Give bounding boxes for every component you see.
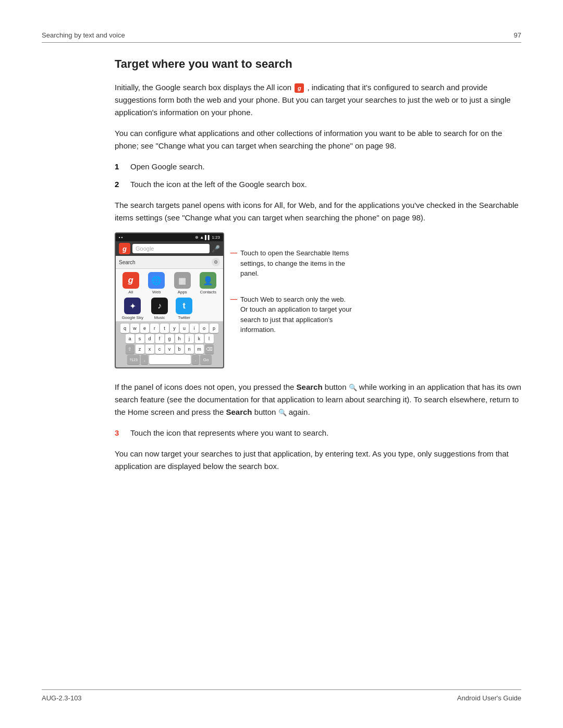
step-2: 2 Touch the icon at the left of the Goog…	[115, 178, 521, 191]
apps-label: Apps	[178, 290, 187, 294]
annotation-wrapper: — Touch to open the Searchable Items set…	[230, 232, 355, 335]
key-l[interactable]: l	[205, 334, 214, 343]
step-3-list: 3 Touch the icon that represents where y…	[115, 427, 521, 439]
google-g-icon: g	[119, 243, 130, 254]
app-icons-row-1: g All 🌐 Web ▦ Apps 👤 Contacts	[116, 269, 223, 295]
header-left: Searching by text and voice	[42, 31, 125, 39]
numbered-list: 1 Open Google search. 2 Touch the icon a…	[115, 161, 521, 191]
keyboard: q w e r t y u i o p a s d f g h	[116, 322, 223, 367]
search-magnify-2: 🔍	[278, 408, 287, 418]
section-title: Target where you want to search	[115, 57, 521, 71]
search-bold-1: Search	[297, 382, 323, 391]
music-label: Music	[154, 315, 165, 320]
key-j[interactable]: j	[185, 334, 194, 343]
header-row: Searching by text and voice 97	[42, 31, 521, 43]
music-app-icon: ♪ Music	[151, 298, 168, 320]
key-t[interactable]: t	[160, 324, 169, 333]
key-c[interactable]: c	[155, 344, 164, 354]
key-m[interactable]: m	[195, 344, 204, 354]
annotation-2: — Touch Web to search only the web. Or t…	[230, 294, 355, 335]
phone-mockup: ▪ ▪ ⊕ ▲ ▌▌ 1:23 g Google 🎤 Search ⚙	[115, 232, 224, 368]
footer-right: Android User's Guide	[457, 694, 521, 702]
contacts-app-icon: 👤 Contacts	[200, 272, 216, 294]
sky-icon-box: ✦	[124, 298, 141, 314]
key-d[interactable]: d	[145, 334, 154, 343]
twitter-icon-box: t	[176, 298, 192, 314]
step-3: 3 Touch the icon that represents where y…	[115, 427, 521, 439]
step-1: 1 Open Google search.	[115, 161, 521, 173]
search-label: Search	[119, 260, 136, 265]
key-o[interactable]: o	[200, 324, 209, 333]
sky-label: Google Sky	[122, 315, 143, 320]
search-field-display: Google	[132, 244, 210, 253]
sub-paragraph: The search targets panel opens with icon…	[115, 199, 521, 224]
key-h[interactable]: h	[175, 334, 184, 343]
key-comma[interactable]: ,	[141, 355, 148, 364]
key-f[interactable]: f	[155, 334, 164, 343]
googlesky-app-icon: ✦ Google Sky	[122, 298, 143, 320]
annotation-1-text: Touch to open the Searchable Items setti…	[240, 248, 355, 279]
step-2-text: Touch the icon at the left of the Google…	[130, 178, 521, 191]
keyboard-row-1: q w e r t y u i o p	[117, 324, 222, 333]
key-b[interactable]: b	[175, 344, 184, 354]
twitter-label: Twitter	[178, 315, 190, 320]
step-3-text: Touch the icon that represents where you…	[130, 427, 521, 439]
status-bar: ▪ ▪ ⊕ ▲ ▌▌ 1:23	[116, 233, 223, 241]
search-magnify-1: 🔍	[349, 382, 357, 393]
key-a[interactable]: a	[126, 334, 134, 343]
paragraph-1: Initially, the Google search box display…	[115, 81, 521, 119]
paragraph-2: You can configure what applications and …	[115, 127, 521, 152]
status-right-icons: ⊕ ▲ ▌▌ 1:23	[195, 235, 220, 240]
key-q[interactable]: q	[120, 324, 129, 333]
key-v[interactable]: v	[165, 344, 174, 354]
search-label-row: Search ⚙	[116, 256, 223, 269]
key-k[interactable]: k	[195, 334, 204, 343]
key-go[interactable]: Go	[200, 355, 212, 364]
app-icons-row-2: ✦ Google Sky ♪ Music t Twitter	[116, 295, 223, 322]
key-x[interactable]: x	[145, 344, 154, 354]
step-1-text: Open Google search.	[130, 161, 521, 173]
key-123[interactable]: ?123	[127, 355, 140, 364]
key-u[interactable]: u	[180, 324, 189, 333]
key-period[interactable]: .	[192, 355, 199, 364]
header-right: 97	[514, 31, 521, 39]
keyboard-row-2: a s d f g h j k l	[117, 334, 222, 343]
key-n[interactable]: n	[185, 344, 194, 354]
key-g[interactable]: g	[165, 334, 174, 343]
mic-icon: 🎤	[212, 245, 220, 253]
screenshot-area: ▪ ▪ ⊕ ▲ ▌▌ 1:23 g Google 🎤 Search ⚙	[115, 232, 521, 368]
contacts-icon-box: 👤	[200, 272, 216, 289]
key-space[interactable]	[149, 355, 191, 364]
search-button-paragraph: If the panel of icons does not open, you…	[115, 381, 521, 418]
key-r[interactable]: r	[150, 324, 159, 333]
settings-circle-icon[interactable]: ⚙	[212, 258, 220, 266]
page-container: Searching by text and voice 97 Target wh…	[0, 0, 563, 728]
all-icon-inline: g	[295, 83, 304, 93]
keyboard-row-4: ?123 , . Go	[117, 355, 222, 364]
all-app-icon: g All	[123, 272, 139, 294]
all-label: All	[128, 290, 133, 294]
search-bold-2: Search	[226, 408, 252, 416]
key-i[interactable]: i	[190, 324, 199, 333]
footer: AUG-2.3-103 Android User's Guide	[42, 689, 521, 702]
key-s[interactable]: s	[136, 334, 144, 343]
final-paragraph: You can now target your searches to just…	[115, 448, 521, 473]
web-app-icon: 🌐 Web	[148, 272, 165, 294]
key-del[interactable]: ⌫	[205, 344, 214, 354]
apps-app-icon: ▦ Apps	[174, 272, 191, 294]
key-y[interactable]: y	[170, 324, 179, 333]
annotation-1: — Touch to open the Searchable Items set…	[230, 248, 355, 279]
phone-search-bar: g Google 🎤	[116, 241, 223, 256]
key-shift[interactable]: ⇧	[126, 344, 134, 354]
web-label: Web	[152, 290, 161, 294]
web-icon-box: 🌐	[148, 272, 165, 289]
annotation-2-text: Touch Web to search only the web. Or tou…	[240, 294, 355, 335]
contacts-label: Contacts	[200, 290, 216, 294]
apps-icon-box: ▦	[174, 272, 191, 289]
key-e[interactable]: e	[140, 324, 149, 333]
keyboard-row-3: ⇧ z x c v b n m ⌫	[117, 344, 222, 354]
key-z[interactable]: z	[136, 344, 144, 354]
key-w[interactable]: w	[130, 324, 139, 333]
twitter-app-icon: t Twitter	[176, 298, 192, 320]
key-p[interactable]: p	[210, 324, 218, 333]
